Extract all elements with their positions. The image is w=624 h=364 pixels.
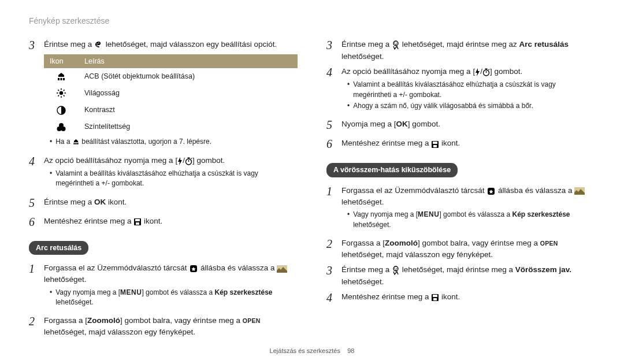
text: ] gombot balra, vagy érintse meg a <box>120 316 243 325</box>
text: lehetőséget, majd válasszon egy beállítá… <box>106 40 277 49</box>
text: Forgassa el az Üzemmódválasztó tárcsát <box>44 263 189 272</box>
svg-point-33 <box>396 43 398 44</box>
step-number: 4 <box>326 64 341 81</box>
bold-text: Arc retusálás <box>519 40 569 49</box>
right-column: 3 Érintse meg a lehetőséget, majd érints… <box>326 37 595 340</box>
text: Mentéshez érintse meg a <box>341 292 431 301</box>
svg-point-18 <box>61 127 66 131</box>
svg-line-25 <box>191 158 191 159</box>
table-row: Világosság <box>44 84 298 101</box>
footer-page: 98 <box>347 347 354 354</box>
step-number: 1 <box>326 183 341 200</box>
note-text: Vagy nyomja meg a [MENU] gombot és válas… <box>44 288 298 308</box>
text: Mentéshez érintse meg a <box>44 217 133 225</box>
left-step-4: 4 Az opció beállításához nyomja meg a [/… <box>29 153 298 192</box>
table-row: Kontraszt <box>44 101 298 118</box>
text: lehetőséget, majd válasszon egy fényképe… <box>341 250 493 259</box>
svg-point-17 <box>57 127 62 131</box>
svg-rect-36 <box>485 69 487 70</box>
svg-rect-27 <box>135 219 140 221</box>
two-column-layout: 3 Érintse meg a lehetőséget, majd válass… <box>29 37 595 340</box>
step-number: 2 <box>326 236 341 252</box>
text: Forgassa a [ <box>341 239 385 247</box>
text: lehetőséget, majd válasszon egy fényképe… <box>44 328 195 336</box>
note-text: Valamint a beállítás kiválasztásához elh… <box>341 80 595 100</box>
text: Érintse meg a <box>44 40 94 49</box>
palette-icon <box>94 39 103 51</box>
step-number: 1 <box>29 261 44 277</box>
svg-point-2 <box>96 45 98 46</box>
mode-dial-icon <box>189 263 198 274</box>
right-step-6: 6 Mentéshez érintse meg a ikont. <box>326 136 595 153</box>
text: Az opció beállításához nyomja meg a [ <box>341 67 475 76</box>
text: ikont. <box>106 198 127 206</box>
page-footer: Lejátszás és szerkesztés 98 <box>0 347 624 356</box>
text: ] gombot balra, vagy érintse meg a <box>418 239 540 247</box>
landscape-thumb-icon <box>574 185 585 196</box>
right-step-4: 4 Az opció beállításához nyomja meg a [/… <box>326 64 595 114</box>
note-text: Ahogy a szám nő, úgy válik világosabbá é… <box>341 101 595 111</box>
acb-small-icon <box>72 137 80 147</box>
step-number: 4 <box>29 153 44 170</box>
note-text: Valamint a beállítás kiválasztásához elh… <box>44 169 298 189</box>
svg-rect-3 <box>58 78 60 80</box>
text: lehetőséget. <box>341 52 384 61</box>
svg-rect-19 <box>73 143 75 144</box>
svg-rect-24 <box>187 157 190 158</box>
svg-line-37 <box>488 69 489 70</box>
step-number: 6 <box>326 136 341 153</box>
note-text: Vagy nyomja meg a [MENU] gombot és válas… <box>341 210 595 230</box>
table-cell: Színtelítettség <box>79 118 298 135</box>
text: ] gombot. <box>192 156 225 165</box>
left-step-5: 5 Érintse meg a OK ikont. <box>29 195 298 211</box>
svg-point-1 <box>98 43 99 44</box>
face-tool-icon <box>392 265 400 276</box>
text: állásba és válassza a <box>198 263 277 272</box>
ok-label: OK <box>396 120 408 128</box>
right-red-step-2: 2 Forgassa a [Zoomoló] gombot balra, vag… <box>326 236 595 260</box>
svg-line-11 <box>58 90 59 91</box>
right-red-step-1: 1 Forgassa el az Üzemmódválasztó tárcsát… <box>326 183 595 234</box>
saturation-icon <box>56 121 66 132</box>
flash-icon <box>475 66 480 78</box>
svg-rect-21 <box>77 143 78 144</box>
table-cell: ACB (Sötét objektumok beállítása) <box>79 68 298 85</box>
text: Érintse meg a <box>341 265 392 274</box>
svg-rect-39 <box>433 142 437 144</box>
text: Forgassa el az Üzemmódválasztó tárcsát <box>341 186 486 195</box>
text: lehetőséget, majd érintse meg a <box>400 265 515 274</box>
open-label: OPEN <box>540 240 558 247</box>
svg-point-32 <box>395 43 396 44</box>
save-icon <box>431 292 439 303</box>
table-header-desc: Leírás <box>79 54 298 68</box>
left-column: 3 Érintse meg a lehetőséget, majd válass… <box>29 37 298 340</box>
section-badge-face-retouch: Arc retusálás <box>29 241 88 255</box>
step-number: 3 <box>29 37 44 54</box>
footer-section: Lejátszás és szerkesztés <box>270 347 340 354</box>
brightness-icon <box>56 88 66 99</box>
menu-label: MENU <box>418 210 439 220</box>
svg-rect-40 <box>433 145 437 147</box>
left-step-3: 3 Érintse meg a lehetőséget, majd válass… <box>29 37 298 150</box>
text: ikont. <box>439 292 460 301</box>
page-title: Fénykép szerkesztése <box>29 15 595 27</box>
save-icon <box>431 138 439 150</box>
text: lehetőséget. <box>44 275 87 284</box>
step-number: 3 <box>326 37 341 54</box>
text: állásba és válassza a <box>496 186 574 195</box>
svg-rect-20 <box>75 143 76 144</box>
text: Érintse meg a <box>341 40 392 49</box>
text: Érintse meg a <box>44 198 94 206</box>
table-cell: Világosság <box>79 84 298 101</box>
icon-table: Ikon Leírás ACB (Sötét objektumok beállí… <box>44 54 298 135</box>
step-number: 3 <box>326 262 341 279</box>
table-row: Színtelítettség <box>44 118 298 135</box>
right-red-step-4: 4 Mentéshez érintse meg a ikont. <box>326 289 595 306</box>
svg-rect-47 <box>433 295 437 297</box>
svg-point-6 <box>60 91 63 95</box>
text: ikont. <box>142 217 162 225</box>
step-number: 4 <box>326 289 341 306</box>
svg-rect-48 <box>433 298 437 300</box>
contrast-icon <box>56 105 66 116</box>
svg-rect-28 <box>136 222 139 225</box>
